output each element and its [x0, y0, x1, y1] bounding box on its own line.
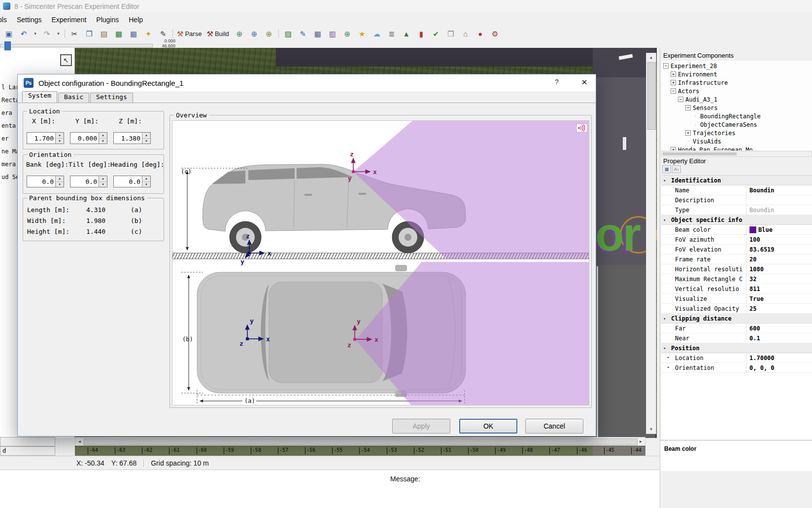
tree-item-environment[interactable]: Environment [661, 70, 812, 78]
property-group-position[interactable]: Position [661, 343, 812, 353]
tab-system[interactable]: System [22, 91, 57, 103]
vertical-scroll-thumb[interactable] [647, 62, 656, 130]
property-value[interactable]: 811 [746, 284, 812, 293]
time-slider-thumb[interactable] [4, 41, 11, 50]
dock-item-era[interactable]: era [1, 109, 12, 116]
property-row-horizontal-resoluti[interactable]: Horizontal resoluti1080 [661, 264, 812, 274]
z-input[interactable] [114, 133, 142, 144]
paste-icon[interactable]: ▤ [97, 28, 111, 39]
property-row-visualized-opacity[interactable]: Visualized Opacity25 [661, 304, 812, 314]
tab-settings[interactable]: Settings [90, 93, 133, 103]
property-value[interactable]: 0.1 [746, 333, 812, 343]
dock-item-er[interactable]: er [1, 135, 8, 142]
tree-scroll-thumb[interactable] [663, 152, 737, 155]
pen-icon[interactable]: ✎ [156, 28, 170, 39]
tree-item-infrastructure[interactable]: Infrastructure [661, 78, 812, 87]
dock-item-ud-se[interactable]: ud Se [1, 174, 19, 181]
time-slider[interactable] [0, 44, 153, 47]
y-spin-down-icon[interactable] [99, 139, 107, 144]
property-row-frame-rate[interactable]: Frame rate20 [661, 254, 812, 264]
scroll-left-arrow-icon[interactable] [76, 438, 83, 445]
heading-input[interactable] [114, 176, 142, 187]
group-collapse-icon[interactable] [661, 316, 671, 321]
collapse-icon[interactable] [678, 97, 683, 102]
x-input[interactable] [27, 133, 55, 144]
horizontal-scroll-thumb[interactable] [84, 438, 638, 445]
tilt-spin-down-icon[interactable] [99, 182, 107, 187]
expand-icon[interactable] [685, 130, 691, 136]
matrix-icon[interactable]: ▦ [127, 28, 140, 39]
collapse-icon[interactable] [663, 63, 669, 69]
categorized-view-icon[interactable]: ▦ [662, 165, 671, 173]
copy-icon[interactable]: ❐ [82, 28, 96, 39]
expand-row-icon[interactable] [667, 364, 670, 369]
screen-icon[interactable]: ▣ [2, 28, 16, 39]
property-value[interactable]: 20 [746, 254, 812, 264]
menu-item-ols[interactable]: ols [0, 12, 12, 27]
bank-spin-up-icon[interactable] [56, 176, 64, 182]
menu-item-help[interactable]: Help [124, 12, 148, 27]
export-table-icon[interactable]: ▦ [112, 28, 126, 39]
collapse-icon[interactable] [671, 88, 676, 94]
property-value[interactable]: 25 [746, 304, 812, 313]
property-value[interactable]: 0, 0, 0 [746, 363, 812, 372]
cloud-icon[interactable]: ☁ [370, 28, 384, 39]
dock-item-l-lar[interactable]: l Lar [1, 84, 19, 91]
property-value[interactable]: Blue [746, 225, 812, 234]
property-row-maximum-rectangle-c[interactable]: Maximum Rectangle C32 [661, 274, 812, 284]
hazard-icon[interactable]: ⚙ [488, 28, 502, 39]
traffic-light-icon[interactable]: ● [474, 28, 487, 39]
parse-button[interactable]: ⚒Parse [175, 28, 204, 39]
cancel-button[interactable]: Cancel [525, 419, 583, 434]
dock-item-mera[interactable]: mera [1, 161, 16, 168]
signal-icon[interactable]: ▮ [414, 28, 428, 39]
scroll-up-arrow-icon[interactable] [647, 54, 655, 61]
expand-icon[interactable] [671, 72, 676, 77]
property-row-fov-azimuth[interactable]: FoV azimuth100 [661, 235, 812, 245]
group-collapse-icon[interactable] [661, 178, 671, 183]
property-row-orientation[interactable]: Orientation0, 0, 0 [661, 363, 812, 373]
property-group-object-specific-info[interactable]: Object specific info [661, 215, 812, 225]
chart-icon[interactable]: ▲ [400, 28, 413, 39]
menu-item-plugins[interactable]: Plugins [91, 12, 124, 27]
property-value[interactable]: 100 [746, 235, 812, 244]
copy-sheet-icon[interactable]: ❐ [444, 28, 458, 39]
heading-spin-down-icon[interactable] [142, 182, 150, 187]
dialog-help-button[interactable]: ? [551, 78, 563, 88]
property-row-description[interactable]: Description [661, 195, 812, 205]
expand-icon[interactable] [671, 147, 676, 150]
key-icon[interactable]: ✦ [141, 28, 155, 39]
property-value[interactable]: 600 [746, 324, 812, 333]
property-value[interactable]: Boundin [746, 185, 812, 195]
undo-dropdown-icon[interactable]: ▾ [32, 28, 39, 39]
z-spin-up-icon[interactable] [142, 133, 150, 139]
property-value[interactable] [746, 195, 812, 205]
property-group-identification[interactable]: Identification [661, 176, 812, 185]
dock-item-ne-ma[interactable]: ne Ma [1, 148, 19, 155]
property-row-visualize[interactable]: VisualizeTrue [661, 294, 812, 304]
tree-item-objectcamerasens[interactable]: ObjectCameraSens [661, 120, 812, 129]
property-row-beam-color[interactable]: Beam colorBlue [661, 225, 812, 235]
dock-item-enta[interactable]: enta [1, 122, 16, 129]
z-spin-down-icon[interactable] [142, 139, 150, 144]
property-row-fov-elevation[interactable]: FoV elevation83.6519 [661, 245, 812, 254]
globe-olive-icon[interactable]: ⊕ [262, 28, 276, 39]
y-input[interactable] [70, 133, 99, 144]
tree-item-trajectories[interactable]: Trajectories [661, 129, 812, 137]
tree-horizontal-scrollbar[interactable] [661, 151, 812, 157]
property-group-clipping-distance[interactable]: Clipping distance [661, 314, 812, 324]
viewport-horizontal-scrollbar[interactable] [75, 437, 645, 446]
viewport-vertical-scrollbar[interactable] [646, 53, 656, 434]
road-edit-icon[interactable]: ✎ [296, 28, 310, 39]
globe-green-icon[interactable]: ⊕ [233, 28, 246, 39]
property-row-vertical-resolutio[interactable]: Vertical resolutio811 [661, 284, 812, 294]
road-icon[interactable]: ≣ [385, 28, 399, 39]
bank-input[interactable] [27, 176, 55, 187]
tree-item-actors[interactable]: Actors [661, 87, 812, 95]
redo-icon[interactable]: ↷ [40, 28, 54, 39]
bank-spin-down-icon[interactable] [56, 182, 64, 187]
heading-spin-up-icon[interactable] [142, 176, 150, 182]
x-spin-up-icon[interactable] [56, 133, 64, 139]
expand-row-icon[interactable] [667, 355, 670, 360]
scroll-right-arrow-icon[interactable] [637, 438, 644, 445]
